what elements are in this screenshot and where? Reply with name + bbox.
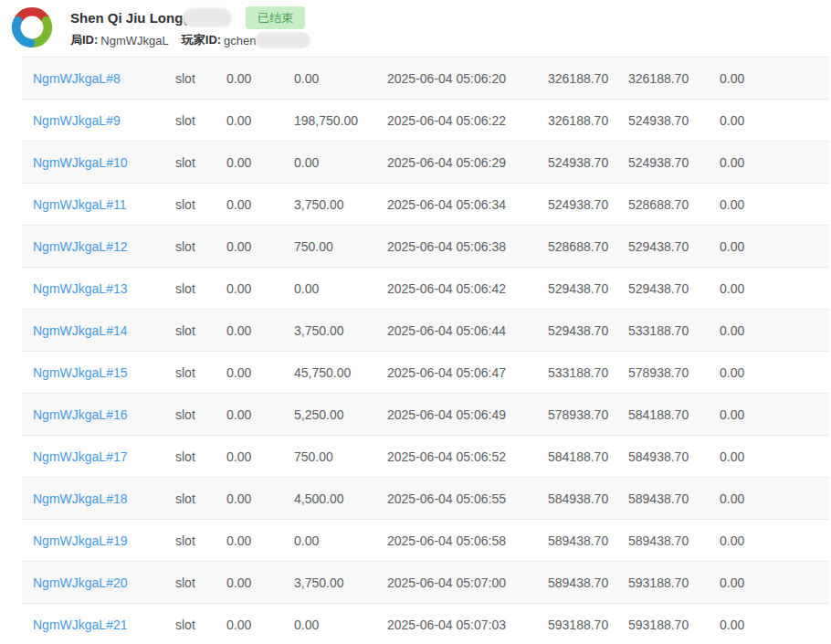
cell-id: NgmWJkgaL#12: [22, 239, 175, 254]
round-link[interactable]: NgmWJkgaL#8: [33, 71, 121, 86]
cell-id: NgmWJkgaL#15: [22, 365, 175, 380]
round-link[interactable]: NgmWJkgaL#20: [33, 575, 128, 590]
cell-bet: 0.00: [226, 239, 294, 254]
cell-type: slot: [175, 449, 226, 464]
round-link[interactable]: NgmWJkgaL#12: [33, 239, 128, 254]
cell-bet: 0.00: [226, 491, 294, 506]
cell-after: 528688.70: [628, 197, 720, 212]
round-link[interactable]: NgmWJkgaL#21: [33, 618, 128, 632]
cell-after: 589438.70: [628, 491, 720, 506]
cell-time: 2025-06-04 05:06:29: [387, 155, 548, 170]
cell-type: slot: [175, 575, 226, 590]
cell-time: 2025-06-04 05:06:38: [387, 239, 548, 254]
cell-bet: 0.00: [226, 618, 294, 632]
cell-type: slot: [175, 323, 226, 338]
table-row: NgmWJkgaL#20slot0.003,750.002025-06-04 0…: [22, 562, 829, 604]
cell-id: NgmWJkgaL#8: [22, 71, 175, 86]
title-block: Shen Qi Jiu Long( 已结束 局ID: NgmWJkgaL 玩家I…: [70, 6, 310, 48]
cell-type: slot: [175, 618, 226, 632]
cell-type: slot: [175, 365, 226, 380]
cell-extra: 0.00: [720, 618, 829, 632]
cell-extra: 0.00: [720, 365, 829, 380]
cell-extra: 0.00: [720, 449, 829, 464]
round-link[interactable]: NgmWJkgaL#14: [33, 323, 128, 338]
round-link[interactable]: NgmWJkgaL#16: [33, 407, 128, 422]
round-id-label: 局ID:: [70, 32, 98, 48]
logo-green-swirl: [34, 21, 48, 44]
cell-after: 529438.70: [628, 239, 720, 254]
cell-time: 2025-06-04 05:06:52: [387, 449, 548, 464]
cell-type: slot: [175, 407, 226, 422]
cell-before: 578938.70: [548, 407, 628, 422]
cell-time: 2025-06-04 05:06:22: [387, 113, 548, 128]
id-line: 局ID: NgmWJkgaL 玩家ID: gchen: [70, 32, 310, 48]
cell-type: slot: [175, 155, 226, 170]
table-row: NgmWJkgaL#8slot0.000.002025-06-04 05:06:…: [22, 58, 829, 100]
cell-bet: 0.00: [226, 575, 294, 590]
cell-id: NgmWJkgaL#13: [22, 281, 175, 296]
cell-extra: 0.00: [720, 575, 829, 590]
cell-id: NgmWJkgaL#9: [22, 113, 175, 128]
cell-before: 584938.70: [548, 491, 628, 506]
round-link[interactable]: NgmWJkgaL#18: [33, 491, 128, 506]
rounds-table: NgmWJkgaL#8slot0.000.002025-06-04 05:06:…: [22, 57, 829, 644]
cell-type: slot: [175, 239, 226, 254]
cell-time: 2025-06-04 05:06:49: [387, 407, 548, 422]
cell-win: 0.00: [294, 533, 387, 548]
table-row: NgmWJkgaL#19slot0.000.002025-06-04 05:06…: [22, 520, 829, 562]
round-link[interactable]: NgmWJkgaL#10: [33, 155, 128, 170]
table-row: NgmWJkgaL#16slot0.005,250.002025-06-04 0…: [22, 394, 829, 436]
cell-id: NgmWJkgaL#21: [22, 618, 175, 632]
redacted-player-id: [257, 33, 310, 48]
cell-win: 198,750.00: [294, 113, 387, 128]
cell-extra: 0.00: [720, 239, 829, 254]
cell-before: 529438.70: [548, 281, 628, 296]
redacted-game-name: [184, 9, 231, 26]
cell-extra: 0.00: [720, 197, 829, 212]
cell-before: 524938.70: [548, 197, 628, 212]
cell-extra: 0.00: [720, 281, 829, 296]
cell-after: 533188.70: [628, 323, 720, 338]
cell-win: 3,750.00: [294, 197, 387, 212]
round-link[interactable]: NgmWJkgaL#11: [33, 197, 126, 212]
app-logo: [7, 3, 57, 52]
cell-before: 593188.70: [548, 618, 628, 632]
cell-win: 0.00: [294, 155, 387, 170]
round-link[interactable]: NgmWJkgaL#13: [33, 281, 128, 296]
cell-before: 529438.70: [548, 323, 628, 338]
round-link[interactable]: NgmWJkgaL#15: [33, 365, 128, 380]
game-title: Shen Qi Jiu Long(: [70, 10, 187, 26]
cell-bet: 0.00: [226, 113, 294, 128]
cell-time: 2025-06-04 05:06:44: [387, 323, 548, 338]
cell-after: 326188.70: [628, 71, 720, 86]
cell-win: 750.00: [294, 449, 387, 464]
cell-time: 2025-06-04 05:06:47: [387, 365, 548, 380]
cell-after: 584938.70: [628, 449, 720, 464]
table-row: NgmWJkgaL#18slot0.004,500.002025-06-04 0…: [22, 478, 829, 520]
round-link[interactable]: NgmWJkgaL#9: [33, 113, 121, 128]
table-row: NgmWJkgaL#10slot0.000.002025-06-04 05:06…: [22, 142, 829, 184]
cell-bet: 0.00: [226, 533, 294, 548]
round-link[interactable]: NgmWJkgaL#17: [33, 449, 128, 464]
cell-bet: 0.00: [226, 71, 294, 86]
cell-win: 0.00: [294, 618, 387, 632]
cell-before: 326188.70: [548, 113, 628, 128]
table-row: NgmWJkgaL#11slot0.003,750.002025-06-04 0…: [22, 184, 829, 226]
cell-extra: 0.00: [720, 323, 829, 338]
round-id-value: NgmWJkgaL: [100, 34, 168, 48]
cell-before: 326188.70: [548, 71, 628, 86]
cell-id: NgmWJkgaL#14: [22, 323, 175, 338]
round-link[interactable]: NgmWJkgaL#19: [33, 533, 128, 548]
logo-red-swirl: [19, 12, 45, 18]
cell-after: 524938.70: [628, 155, 720, 170]
cell-type: slot: [175, 491, 226, 506]
cell-time: 2025-06-04 05:07:03: [387, 618, 548, 632]
cell-after: 593188.70: [628, 575, 720, 590]
cell-type: slot: [175, 281, 226, 296]
cell-type: slot: [175, 197, 226, 212]
cell-bet: 0.00: [226, 281, 294, 296]
table-row: NgmWJkgaL#13slot0.000.002025-06-04 05:06…: [22, 268, 829, 310]
cell-after: 578938.70: [628, 365, 720, 380]
table-row: NgmWJkgaL#15slot0.0045,750.002025-06-04 …: [22, 352, 829, 394]
cell-extra: 0.00: [720, 113, 829, 128]
